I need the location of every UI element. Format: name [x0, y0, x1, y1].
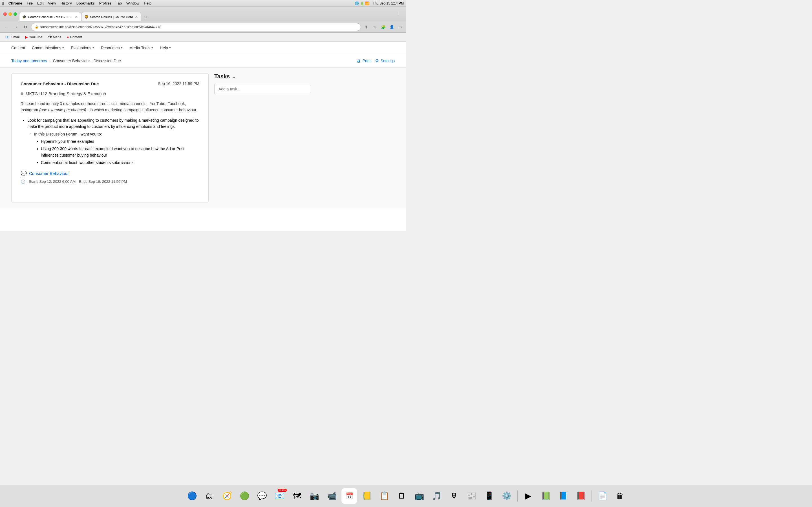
menu-edit[interactable]: Edit: [37, 1, 43, 5]
address-bar-row: ← → ↻ 🔒 fanshaweonline.ca/d2l/le/calenda…: [0, 21, 406, 33]
menu-profiles[interactable]: Profiles: [99, 1, 111, 5]
profile-icon[interactable]: 👤: [388, 23, 395, 31]
nav-evaluations-label: Evaluations: [71, 46, 91, 50]
reload-button[interactable]: ↻: [21, 23, 29, 31]
address-actions: ⬆ ☆ 🧩 👤 ▭: [363, 23, 404, 31]
settings-icon: ⚙: [375, 58, 379, 63]
nav-communications-label: Communications: [32, 46, 61, 50]
tasks-title: Tasks: [214, 73, 230, 80]
sub-list: In this Discussion Forum I want you to: …: [34, 131, 199, 166]
add-task-input[interactable]: [214, 83, 310, 94]
print-label: Print: [363, 59, 371, 63]
app-name[interactable]: Chrome: [8, 1, 22, 5]
nav-help-label: Help: [160, 46, 168, 50]
bookmark-maps[interactable]: 🗺 Maps: [46, 34, 63, 40]
page-content: Content Communications ▾ Evaluations ▾ R…: [0, 42, 406, 231]
tab1-favicon: 🎓: [22, 15, 26, 19]
square-item-2: Using 200-300 words for each example, I …: [41, 146, 199, 158]
bookmark-gmail[interactable]: 📧 Gmail: [3, 34, 22, 40]
starts-date: Starts Sep 12, 2022 6:00 AM: [29, 179, 75, 184]
settings-label: Settings: [380, 59, 395, 63]
nav-content[interactable]: Content: [11, 43, 25, 53]
card-header: Consumer Behaviour - Discussion Due Sep …: [20, 81, 199, 86]
tab-course-hero[interactable]: 🦁 Search Results | Course Hero ✕: [81, 12, 141, 21]
nav-media-tools[interactable]: Media Tools ▾: [130, 43, 153, 53]
chat-icon: 💬: [20, 170, 27, 177]
tabs-bar: 🎓 Course Schedule - MKTG1112... ✕ 🦁 Sear…: [19, 7, 393, 21]
bookmark-maps-label: Maps: [53, 35, 61, 39]
main-layout: Consumer Behaviour - Discussion Due Sep …: [0, 68, 406, 209]
breadcrumb-separator: ›: [49, 59, 51, 63]
close-window-button[interactable]: [3, 12, 7, 16]
menu-tab[interactable]: Tab: [116, 1, 122, 5]
gmail-icon: 📧: [5, 35, 10, 39]
sidebar-icon[interactable]: ▭: [396, 23, 404, 31]
nav-help[interactable]: Help ▾: [160, 43, 171, 53]
tab2-title: Search Results | Course Hero: [90, 15, 133, 18]
bullet-1-text: Look for campaigns that are appealing to…: [28, 118, 199, 129]
breadcrumb: Today and tomorrow › Consumer Behaviour …: [11, 59, 121, 63]
course-badge: MKTG1112 Branding Strategy & Execution: [20, 91, 199, 96]
tab1-close-icon[interactable]: ✕: [75, 15, 78, 19]
share-icon[interactable]: ⬆: [363, 23, 370, 31]
forum-link[interactable]: Consumer Behaviour: [29, 171, 69, 176]
tab-course-schedule[interactable]: 🎓 Course Schedule - MKTG1112... ✕: [19, 12, 81, 21]
bookmark-youtube-label: YouTube: [29, 35, 42, 39]
menu-bookmarks[interactable]: Bookmarks: [77, 1, 95, 5]
bullet-list: Look for campaigns that are appealing to…: [28, 117, 199, 166]
nav-communications[interactable]: Communications ▾: [32, 43, 64, 53]
menu-history[interactable]: History: [60, 1, 71, 5]
print-button[interactable]: 🖨 Print: [357, 58, 371, 63]
clock-icon: 🕐: [20, 179, 26, 184]
tasks-panel: Tasks ⌄: [214, 73, 310, 203]
forum-link-row: 💬 Consumer Behaviour: [20, 170, 199, 177]
traffic-lights: [3, 12, 17, 16]
tasks-header: Tasks ⌄: [214, 73, 310, 80]
nav-resources-arrow: ▾: [121, 46, 123, 50]
course-dot: [20, 93, 23, 95]
content-icon: ●: [67, 35, 69, 39]
menu-window[interactable]: Window: [126, 1, 139, 5]
more-options-icon[interactable]: ⋮: [395, 10, 403, 18]
nav-media-tools-arrow: ▾: [151, 46, 153, 50]
nav-evaluations[interactable]: Evaluations ▾: [71, 43, 94, 53]
dates-row: 🕐 Starts Sep 12, 2022 6:00 AM Ends Sep 1…: [20, 179, 199, 184]
apple-menu[interactable]: : [2, 1, 4, 6]
bookmarks-bar: 📧 Gmail ▶ YouTube 🗺 Maps ● Content: [0, 33, 406, 42]
nav-content-label: Content: [11, 46, 25, 50]
assignment-date: Sep 16, 2022 11:59 PM: [158, 81, 199, 86]
breadcrumb-actions: 🖨 Print ⚙ Settings: [357, 58, 395, 63]
menubar:  Chrome File Edit View History Bookmark…: [0, 0, 406, 7]
system-icons: 🌐 🔋 📶: [355, 1, 369, 5]
bookmark-star-icon[interactable]: ☆: [371, 23, 378, 31]
bookmark-gmail-label: Gmail: [11, 35, 19, 39]
maximize-window-button[interactable]: [13, 12, 17, 16]
tab1-title: Course Schedule - MKTG1112...: [28, 15, 73, 18]
new-tab-button[interactable]: +: [142, 13, 150, 21]
nav-evaluations-arrow: ▾: [93, 46, 94, 50]
nav-resources-label: Resources: [101, 46, 120, 50]
back-button[interactable]: ←: [2, 23, 10, 31]
tab2-close-icon[interactable]: ✕: [135, 15, 138, 19]
breadcrumb-parent[interactable]: Today and tomorrow: [11, 59, 47, 63]
bookmark-content[interactable]: ● Content: [64, 34, 84, 40]
address-bar[interactable]: 🔒 fanshaweonline.ca/d2l/le/calendar/1355…: [31, 23, 361, 31]
square-list: Hyperlink your three examples Using 200-…: [41, 138, 199, 166]
forward-button[interactable]: →: [12, 23, 20, 31]
url-text: fanshaweonline.ca/d2l/le/calendar/135587…: [40, 25, 357, 29]
tasks-chevron-icon[interactable]: ⌄: [232, 74, 236, 79]
bookmark-content-label: Content: [70, 35, 82, 39]
body-italic: (one example per channel): [39, 108, 86, 112]
minimize-window-button[interactable]: [8, 12, 12, 16]
menu-view[interactable]: View: [48, 1, 56, 5]
sub-list-item-1: In this Discussion Forum I want you to: …: [34, 131, 199, 166]
nav-help-arrow: ▾: [169, 46, 171, 50]
menu-file[interactable]: File: [27, 1, 33, 5]
extensions-icon[interactable]: 🧩: [379, 23, 387, 31]
nav-resources[interactable]: Resources ▾: [101, 43, 123, 53]
breadcrumb-row: Today and tomorrow › Consumer Behaviour …: [0, 54, 406, 68]
settings-button[interactable]: ⚙ Settings: [375, 58, 395, 63]
bookmark-youtube[interactable]: ▶ YouTube: [23, 34, 45, 40]
menu-help[interactable]: Help: [144, 1, 151, 5]
square-item-3: Comment on at least two other students s…: [41, 159, 199, 166]
